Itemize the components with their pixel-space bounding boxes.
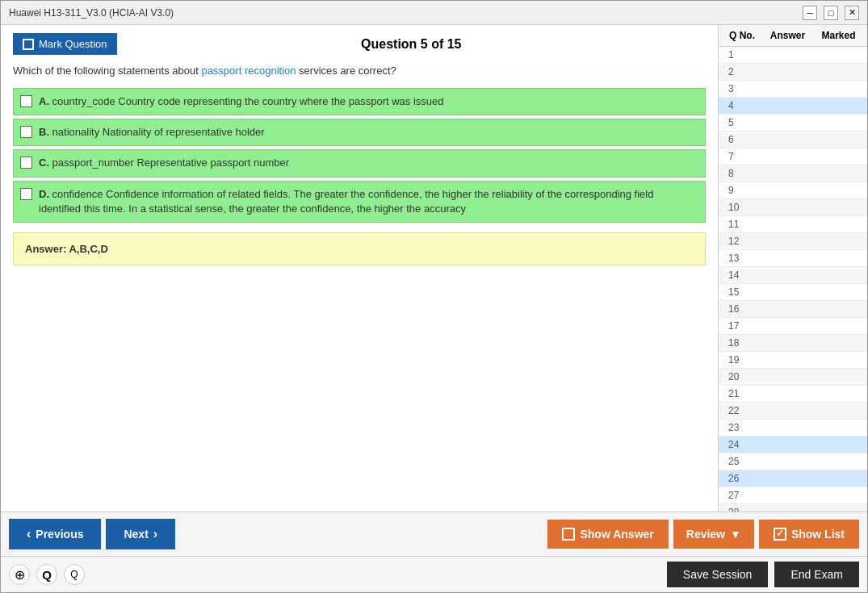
- side-row-answer: [762, 456, 813, 467]
- side-row[interactable]: 9: [719, 182, 867, 199]
- next-button[interactable]: Next ›: [106, 519, 175, 549]
- side-row-marked: [813, 219, 864, 230]
- side-row[interactable]: 2: [719, 64, 867, 81]
- side-row[interactable]: 12: [719, 233, 867, 250]
- side-row-marked: [813, 83, 864, 94]
- highlight-text: passport recognition: [201, 65, 296, 77]
- close-button[interactable]: ✕: [845, 6, 859, 20]
- show-answer-button[interactable]: Show Answer: [547, 520, 668, 549]
- side-row-marked: [813, 236, 864, 247]
- side-row[interactable]: 24: [719, 436, 867, 453]
- side-row[interactable]: 11: [719, 216, 867, 233]
- side-row[interactable]: 7: [719, 148, 867, 165]
- option-d-checkbox[interactable]: [20, 188, 32, 200]
- side-row-answer: [762, 422, 813, 433]
- side-row[interactable]: 16: [719, 301, 867, 318]
- title-bar: Huawei H13-311_V3.0 (HCIA-AI V3.0) ─ □ ✕: [1, 1, 867, 25]
- side-row-marked: [813, 134, 864, 145]
- side-row-num: 23: [722, 422, 762, 433]
- side-row[interactable]: 1: [719, 47, 867, 64]
- side-row-answer: [762, 439, 813, 450]
- side-row-answer: [762, 303, 813, 315]
- side-row-num: 1: [722, 49, 762, 61]
- side-row-marked: [813, 66, 864, 77]
- side-row[interactable]: 17: [719, 318, 867, 335]
- side-row-num: 8: [722, 168, 762, 179]
- option-b-checkbox[interactable]: [20, 126, 32, 138]
- side-row[interactable]: 21: [719, 386, 867, 403]
- show-answer-icon: [562, 528, 575, 541]
- next-label: Next: [124, 528, 148, 541]
- side-row-answer: [762, 371, 813, 382]
- side-row-marked: [813, 286, 864, 298]
- side-row[interactable]: 22: [719, 403, 867, 420]
- side-row-num: 18: [722, 337, 762, 349]
- side-row[interactable]: 18: [719, 335, 867, 352]
- side-row-num: 6: [722, 134, 762, 145]
- side-row-answer: [762, 66, 813, 77]
- side-row[interactable]: 26: [719, 470, 867, 487]
- side-row[interactable]: 28: [719, 504, 867, 512]
- side-row[interactable]: 15: [719, 284, 867, 301]
- side-row[interactable]: 14: [719, 267, 867, 284]
- question-title: Question 5 of 15: [117, 37, 706, 52]
- side-row-marked: [813, 49, 864, 61]
- side-row-num: 21: [722, 388, 762, 399]
- side-row[interactable]: 20: [719, 369, 867, 386]
- option-c-checkbox[interactable]: [20, 157, 32, 169]
- side-row[interactable]: 27: [719, 487, 867, 504]
- zoom-normal-button[interactable]: Q: [36, 564, 57, 585]
- side-row-num: 14: [722, 269, 762, 281]
- show-list-label: Show List: [791, 528, 845, 541]
- side-row-answer: [762, 490, 813, 501]
- option-c[interactable]: C. passport_number Representative passpo…: [13, 149, 706, 177]
- show-list-button[interactable]: Show List: [759, 520, 859, 549]
- side-row[interactable]: 13: [719, 250, 867, 267]
- minimize-button[interactable]: ─: [803, 6, 817, 20]
- option-b[interactable]: B. nationality Nationality of representa…: [13, 119, 706, 146]
- option-a[interactable]: A. country_code Country code representin…: [13, 88, 706, 115]
- next-chevron-icon: ›: [153, 527, 157, 541]
- zoom-out-button[interactable]: Q: [64, 564, 85, 585]
- side-row-marked: [813, 320, 864, 332]
- side-row-marked: [813, 354, 864, 365]
- side-row-num: 26: [722, 473, 762, 484]
- review-button[interactable]: Review ▼: [673, 520, 754, 549]
- side-header-marked: Marked: [813, 30, 864, 41]
- side-row[interactable]: 5: [719, 115, 867, 132]
- side-row-num: 9: [722, 185, 762, 196]
- side-row-marked: [813, 371, 864, 382]
- side-row[interactable]: 25: [719, 453, 867, 470]
- side-list[interactable]: 1 2 3 4 5 6 7 8: [719, 47, 867, 512]
- show-list-check-icon: [774, 528, 786, 541]
- side-row-marked: [813, 337, 864, 349]
- side-row-marked: [813, 439, 864, 450]
- side-row-answer: [762, 83, 813, 94]
- side-row[interactable]: 8: [719, 165, 867, 182]
- previous-chevron-icon: ‹: [27, 527, 31, 541]
- side-row-num: 16: [722, 303, 762, 315]
- side-row[interactable]: 4: [719, 98, 867, 115]
- side-row-num: 22: [722, 405, 762, 416]
- maximize-button[interactable]: □: [824, 6, 838, 20]
- side-row[interactable]: 19: [719, 352, 867, 369]
- zoom-in-button[interactable]: ⊕: [9, 564, 30, 585]
- side-row-marked: [813, 185, 864, 196]
- previous-button[interactable]: ‹ Previous: [9, 519, 101, 549]
- side-row-num: 25: [722, 456, 762, 467]
- option-a-checkbox[interactable]: [20, 95, 32, 107]
- side-row-answer: [762, 473, 813, 484]
- save-session-button[interactable]: Save Session: [667, 562, 769, 587]
- side-row-marked: [813, 253, 864, 264]
- side-row-answer: [762, 337, 813, 349]
- side-row[interactable]: 23: [719, 420, 867, 436]
- side-row[interactable]: 6: [719, 132, 867, 148]
- side-row-marked: [813, 168, 864, 179]
- option-c-text: C. passport_number Representative passpo…: [39, 156, 289, 170]
- side-row[interactable]: 3: [719, 81, 867, 98]
- mark-question-button[interactable]: Mark Question: [13, 33, 117, 55]
- option-d[interactable]: D. confidence Confidence information of …: [13, 181, 706, 223]
- end-exam-button[interactable]: End Exam: [774, 562, 859, 587]
- side-row-num: 5: [722, 117, 762, 128]
- side-row[interactable]: 10: [719, 199, 867, 216]
